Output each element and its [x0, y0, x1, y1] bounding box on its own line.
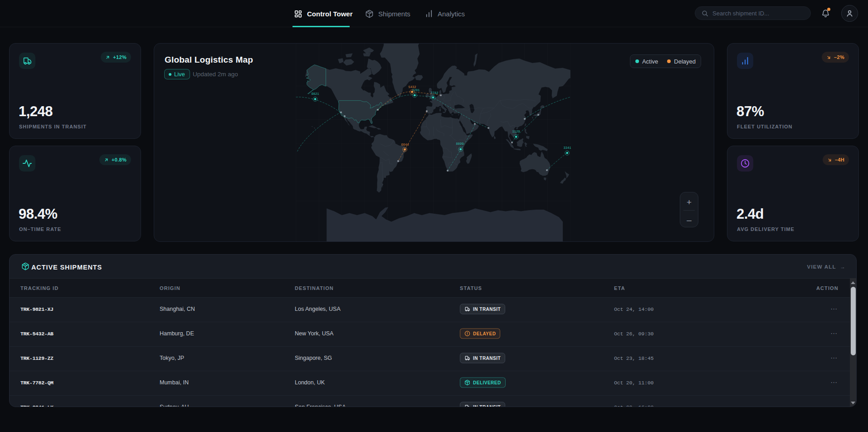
svg-text:1129: 1129 — [512, 130, 520, 133]
svg-text:2201: 2201 — [412, 88, 420, 92]
svg-text:3341: 3341 — [564, 146, 571, 150]
svg-text:9821: 9821 — [312, 92, 319, 96]
svg-text:7782: 7782 — [431, 91, 439, 95]
svg-text:6644: 6644 — [401, 143, 409, 147]
svg-text:5432: 5432 — [409, 85, 416, 89]
svg-text:8899: 8899 — [456, 142, 464, 146]
